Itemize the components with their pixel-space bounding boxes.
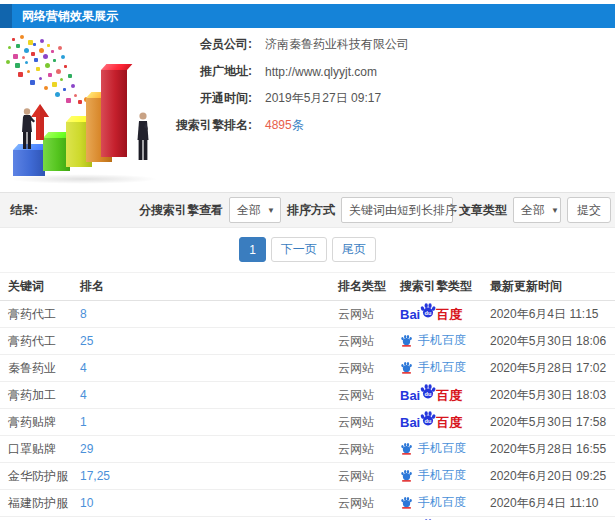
baidu-mobile-paw-icon bbox=[400, 361, 413, 374]
confetti-dot bbox=[47, 44, 50, 47]
baidu-mobile-logo: 手机百度 bbox=[400, 332, 466, 349]
table-row: 秦鲁药业 4 云网站 手机百度 2020年5月28日 17:02 bbox=[0, 355, 615, 382]
company-label: 会员公司: bbox=[160, 36, 252, 53]
engine-filter-label: 分搜索引擎查看 bbox=[139, 202, 223, 219]
update-time-cell: 2020年6月20日 09:25 bbox=[490, 468, 615, 485]
rank-type-cell: 云网站 bbox=[338, 333, 400, 350]
keyword-cell: 金华防护服 bbox=[8, 468, 80, 485]
confetti-dot bbox=[12, 38, 15, 41]
confetti-dot bbox=[22, 56, 25, 59]
keyword-cell: 秦鲁药业 bbox=[8, 360, 80, 377]
baidu-mobile-paw-icon bbox=[400, 469, 413, 482]
confetti-dot bbox=[39, 77, 42, 80]
bar-blue bbox=[13, 150, 45, 176]
filter-bar: 结果: 分搜索引擎查看 全部 ▼ 排序方式 关键词由短到长排序 ▼ 文章类型 全… bbox=[0, 192, 615, 228]
confetti-dot bbox=[53, 59, 56, 62]
submit-button[interactable]: 提交 bbox=[567, 197, 611, 223]
engine-logo-cell: 手机百度 bbox=[400, 494, 490, 512]
rank-link[interactable]: 4 bbox=[80, 388, 338, 402]
confetti-dot bbox=[43, 54, 48, 59]
svg-text:du: du bbox=[425, 310, 432, 316]
keyword-cell: 福建防护服 bbox=[8, 495, 80, 512]
rank-type-cell: 云网站 bbox=[338, 387, 400, 404]
update-time-cell: 2020年6月4日 11:15 bbox=[490, 306, 615, 323]
rank-count-value: 4895条 bbox=[265, 117, 304, 134]
confetti-dot bbox=[27, 70, 30, 73]
baidu-paw-icon: du bbox=[419, 383, 437, 403]
table-row: 金华防护服 17,25 云网站 手机百度 2020年6月20日 09:25 bbox=[0, 463, 615, 490]
confetti-dot bbox=[30, 80, 35, 85]
company-link[interactable]: 济南秦鲁药业科技有限公司 bbox=[265, 36, 409, 53]
update-time-cell: 2020年5月28日 16:55 bbox=[490, 441, 615, 458]
baidu-mobile-logo: 手机百度 bbox=[400, 359, 466, 376]
rank-link[interactable]: 8 bbox=[80, 307, 338, 321]
rank-type-cell: 云网站 bbox=[338, 468, 400, 485]
engine-logo-cell: Baidu百度 bbox=[400, 385, 490, 405]
keyword-cell: 膏药贴牌 bbox=[8, 414, 80, 431]
rank-type-cell: 云网站 bbox=[338, 360, 400, 377]
confetti-dot bbox=[61, 55, 65, 59]
keyword-ranking-table: 关键词 排名 排名类型 搜索引擎类型 最新更新时间 膏药代工 8 云网站 Bai… bbox=[0, 272, 615, 520]
table-row: 福建防护服 10 云网站 手机百度 2020年6月4日 11:10 bbox=[0, 490, 615, 517]
rank-link[interactable]: 10 bbox=[80, 496, 338, 510]
chevron-down-icon: ▼ bbox=[261, 206, 275, 215]
rank-type-cell: 云网站 bbox=[338, 495, 400, 512]
confetti-dot bbox=[60, 78, 63, 81]
rank-link[interactable]: 1 bbox=[80, 415, 338, 429]
table-body: 膏药代工 8 云网站 Baidu百度 2020年6月4日 11:15 膏药代工 … bbox=[0, 301, 615, 520]
header-rank: 排名 bbox=[80, 278, 338, 295]
confetti-dot bbox=[33, 43, 36, 46]
article-type-select[interactable]: 全部 ▼ bbox=[513, 197, 561, 223]
rank-link[interactable]: 17,25 bbox=[80, 469, 338, 483]
baidu-pc-logo: Baidu百度 bbox=[400, 385, 462, 405]
pagination: 1 下一页 尾页 bbox=[0, 237, 615, 262]
engine-logo-cell: 手机百度 bbox=[400, 467, 490, 485]
confetti-dot bbox=[66, 98, 71, 103]
keyword-cell: 膏药加工 bbox=[8, 387, 80, 404]
confetti-dot bbox=[55, 92, 60, 97]
engine-filter-select[interactable]: 全部 ▼ bbox=[229, 197, 281, 223]
baidu-mobile-logo: 手机百度 bbox=[400, 467, 466, 484]
confetti-dot bbox=[74, 94, 77, 97]
filter-controls: 分搜索引擎查看 全部 ▼ 排序方式 关键词由短到长排序 ▼ 文章类型 全部 ▼ … bbox=[139, 193, 611, 227]
confetti-dot bbox=[68, 74, 72, 78]
update-time-cell: 2020年5月30日 18:06 bbox=[490, 333, 615, 350]
table-row: 口罩贴牌 29 云网站 手机百度 2020年5月28日 16:55 bbox=[0, 436, 615, 463]
confetti-dot bbox=[51, 50, 54, 53]
rank-link[interactable]: 25 bbox=[80, 334, 338, 348]
title-bar-accent bbox=[0, 4, 12, 28]
engine-logo-cell: Baidu百度 bbox=[400, 412, 490, 432]
pagination-next-button[interactable]: 下一页 bbox=[271, 237, 327, 262]
sort-label: 排序方式 bbox=[287, 202, 335, 219]
confetti-dot bbox=[15, 63, 20, 68]
member-info-panel: 会员公司: 济南秦鲁药业科技有限公司 推广地址: http://www.qlyy… bbox=[160, 31, 409, 139]
pagination-last-button[interactable]: 尾页 bbox=[332, 237, 376, 262]
engine-logo-cell: 手机百度 bbox=[400, 359, 490, 377]
rank-link[interactable]: 4 bbox=[80, 361, 338, 375]
confetti-dot bbox=[24, 48, 29, 53]
rank-count-label: 搜索引擎排名: bbox=[160, 117, 252, 134]
engine-logo-cell: 手机百度 bbox=[400, 332, 490, 350]
sort-select[interactable]: 关键词由短到长排序 ▼ bbox=[341, 197, 453, 223]
header-rank-type: 排名类型 bbox=[338, 278, 400, 295]
confetti-dot bbox=[6, 60, 10, 64]
confetti-dot bbox=[31, 52, 35, 56]
keyword-cell: 膏药代工 bbox=[8, 333, 80, 350]
businessman-figure-left bbox=[20, 108, 36, 150]
baidu-mobile-paw-icon bbox=[400, 442, 413, 455]
update-time-cell: 2020年5月30日 17:58 bbox=[490, 414, 615, 431]
svg-text:du: du bbox=[425, 418, 432, 424]
open-time-value: 2019年5月27日 09:17 bbox=[265, 90, 381, 107]
confetti-dot bbox=[44, 86, 48, 90]
confetti-dot bbox=[18, 72, 23, 77]
rank-link[interactable]: 29 bbox=[80, 442, 338, 456]
confetti-dot bbox=[20, 35, 24, 39]
open-time-label: 开通时间: bbox=[160, 90, 252, 107]
pagination-page-1[interactable]: 1 bbox=[239, 237, 266, 262]
update-time-cell: 2020年5月28日 17:02 bbox=[490, 360, 615, 377]
table-row: 膏药代工 8 云网站 Baidu百度 2020年6月4日 11:15 bbox=[0, 301, 615, 328]
promo-url-link[interactable]: http://www.qlyyjt.com bbox=[265, 65, 377, 79]
promo-bar-chart-image bbox=[0, 30, 176, 190]
businessman-figure-right bbox=[134, 112, 152, 162]
rank-type-cell: 云网站 bbox=[338, 306, 400, 323]
